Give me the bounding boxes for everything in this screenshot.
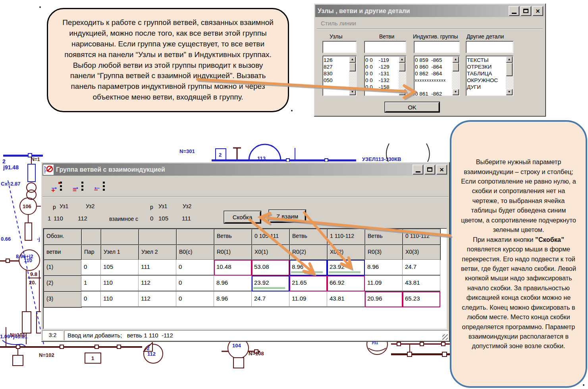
list-item[interactable]: 827 (324, 63, 349, 70)
scroll-thumb[interactable] (349, 63, 356, 71)
add-branch-icon[interactable]: → + (49, 180, 66, 194)
z-mutual-button[interactable]: Z взаим (268, 209, 306, 223)
scroll-down-icon[interactable]: ▼ (452, 89, 459, 95)
close-button[interactable]: ✕ (436, 165, 447, 174)
table-cell[interactable]: 23.92 (327, 260, 365, 276)
list-item[interactable]: ТАБЛИЦА (467, 70, 505, 77)
minimize-button[interactable] (413, 165, 423, 174)
scroll-thumb[interactable] (452, 63, 459, 71)
table-cell[interactable]: 66.92 (327, 276, 365, 291)
table-cell[interactable]: 1 (81, 276, 101, 291)
column-header[interactable]: R0(3) (365, 245, 403, 260)
list-item[interactable]: 0 860 -864 (415, 63, 452, 70)
table-cell[interactable]: 8.96 (214, 276, 252, 291)
column-header[interactable]: Ветвь (365, 229, 403, 245)
table-cell[interactable]: 0 (176, 276, 214, 291)
inductive-groups-listbox[interactable]: ▲ ▼ 0 859 -8650 860 -8640 862 -864xxxxxx… (414, 56, 460, 96)
other-details-filter-input[interactable] (466, 41, 513, 53)
scrollbar[interactable]: ▲ ▼ (452, 56, 459, 95)
bracket-button[interactable]: Скобка (224, 211, 261, 224)
row-header[interactable]: (3) (44, 291, 82, 308)
list-item[interactable]: 050 (324, 77, 349, 84)
column-header[interactable]: Узел 1 (101, 245, 139, 260)
scroll-up-icon[interactable]: ▲ (349, 56, 356, 63)
table-cell[interactable]: 8.96 (365, 260, 403, 276)
window-titlebar[interactable]: Группа ветвей с взаимоиндукцией ✕ (42, 163, 448, 176)
table-cell[interactable]: 0 (81, 291, 101, 307)
list-item[interactable]: 0 0 -158 (365, 84, 398, 90)
column-header[interactable] (101, 229, 139, 245)
branches-filter-input[interactable] (364, 41, 406, 53)
scrollbar[interactable]: ▲ ▼ (349, 56, 356, 95)
column-header[interactable]: Ветвь (214, 229, 252, 245)
column-header[interactable]: Обозн. (44, 229, 82, 245)
column-header[interactable]: X0(2) (327, 245, 365, 260)
table-cell[interactable]: 21.65 (289, 276, 327, 291)
column-header[interactable]: Ветвь (289, 229, 328, 245)
table-cell[interactable]: 105 (101, 260, 139, 276)
list-item[interactable]: 830 (324, 70, 349, 77)
list-item[interactable]: 0 0 -129 (365, 63, 398, 70)
scroll-down-icon[interactable]: ▼ (399, 89, 405, 95)
table-cell[interactable]: 65.23 (403, 291, 440, 307)
list-item[interactable]: ОТРЕЗКИ (467, 63, 505, 70)
table-cell[interactable]: 24.7 (252, 291, 289, 307)
column-header[interactable] (176, 229, 214, 245)
table-cell[interactable]: 43.81 (403, 276, 440, 291)
branches-listbox[interactable]: ▲ ▼ 0 0 -1190 0 -1290 0 -1310 0 -1320 0 … (364, 56, 406, 96)
list-item[interactable]: 0 862 -864 (415, 70, 452, 77)
list-item[interactable]: ДУГИ (467, 84, 505, 90)
scroll-down-icon[interactable]: ▼ (349, 89, 356, 95)
scroll-up-icon[interactable]: ▲ (506, 56, 513, 63)
table-cell[interactable]: 24.7 (403, 260, 440, 276)
nodes-filter-input[interactable] (322, 41, 357, 53)
table-cell[interactable]: 23.92 (252, 276, 289, 291)
list-item[interactable]: 0 861 -862 (415, 90, 452, 96)
table-cell[interactable]: 0 (176, 260, 214, 276)
column-header[interactable] (81, 229, 101, 245)
table-cell[interactable]: 11.09 (365, 276, 403, 291)
modify-branch-icon[interactable]: → = (70, 180, 87, 194)
column-header[interactable]: B0(c) (176, 245, 214, 260)
list-item[interactable]: ОКРУЖНОС (467, 77, 505, 84)
list-item[interactable]: 0 0 -131 (365, 70, 398, 77)
column-header[interactable]: R0(1) (214, 245, 252, 260)
dialog-titlebar[interactable]: Узлы , ветви и другие детали ✕ (315, 5, 544, 17)
list-item[interactable]: 0 0 -132 (365, 77, 398, 84)
table-cell[interactable]: 53.08 (252, 260, 289, 276)
scroll-thumb[interactable] (399, 63, 405, 71)
column-header[interactable]: X0(1) (252, 245, 290, 260)
column-header[interactable]: Узел 2 (139, 245, 177, 260)
minimize-button[interactable] (509, 6, 519, 16)
list-item[interactable]: 0 0 -119 (365, 57, 398, 63)
column-header[interactable]: R0(2) (289, 245, 328, 260)
maximize-button[interactable] (521, 6, 531, 16)
list-item[interactable] (415, 84, 452, 90)
scroll-up-icon[interactable]: ▲ (452, 56, 459, 63)
list-item[interactable]: 126 (324, 57, 349, 63)
table-cell[interactable]: 43.81 (327, 291, 365, 307)
row-header[interactable]: (2) (44, 276, 82, 292)
remove-branch-icon[interactable]: ← − (92, 180, 108, 194)
column-header[interactable]: Пар (81, 245, 101, 260)
scrollbar[interactable]: ▲ ▼ (506, 56, 513, 95)
list-item[interactable]: 0 859 -865 (415, 57, 452, 63)
list-item[interactable]: ТЕКСТЫ (467, 57, 505, 63)
scrollbar[interactable]: ▲ ▼ (399, 56, 405, 95)
table-cell[interactable]: 110 (101, 276, 139, 291)
row-header[interactable]: (1) (44, 260, 82, 276)
table-cell[interactable]: 111 (139, 260, 176, 276)
nodes-listbox[interactable]: ▲ ▼ 126827830050 (322, 56, 357, 96)
table-cell[interactable]: 20.96 (365, 291, 403, 307)
table-cell[interactable]: 11.09 (289, 291, 327, 307)
column-header[interactable]: 1 110-112 (327, 229, 365, 245)
column-header[interactable]: X0(3) (403, 245, 441, 260)
list-item[interactable]: xxxxxxxxxxxxx (415, 77, 452, 84)
table-cell[interactable]: 110 (101, 291, 139, 307)
scroll-down-icon[interactable]: ▼ (506, 89, 513, 95)
maximize-button[interactable] (424, 165, 435, 174)
close-button[interactable]: ✕ (532, 6, 543, 16)
column-header[interactable]: ветви (44, 245, 82, 260)
table-cell[interactable]: 112 (139, 291, 176, 307)
ok-button[interactable]: OK (384, 102, 440, 113)
